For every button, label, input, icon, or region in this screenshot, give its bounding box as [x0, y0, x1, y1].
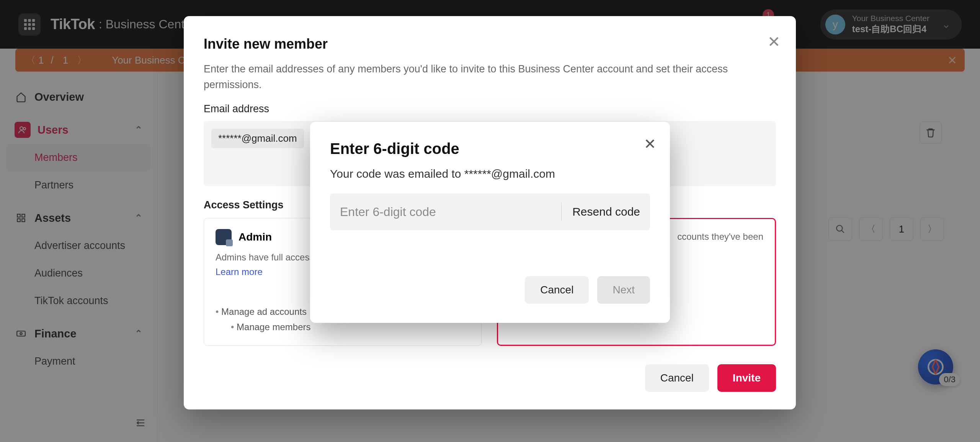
code-input-row: Resend code [330, 193, 650, 230]
cancel-button[interactable]: Cancel [645, 364, 709, 392]
modal-subtitle: Enter the email addresses of any members… [204, 61, 747, 92]
role-bullet: Manage members [231, 319, 311, 335]
code-modal-title: Enter 6-digit code [330, 140, 650, 157]
cancel-button[interactable]: Cancel [525, 276, 589, 304]
modal-title: Invite new member [204, 36, 776, 52]
code-input[interactable] [340, 205, 550, 219]
role-title: Admin [238, 231, 272, 243]
close-icon[interactable]: ✕ [768, 33, 781, 51]
resend-code-link[interactable]: Resend code [572, 205, 640, 218]
email-label: Email address [204, 103, 776, 115]
email-chip[interactable]: ******@gmail.com [211, 129, 304, 148]
code-modal-subtitle: Your code was emailed to ******@gmail.co… [330, 167, 650, 180]
next-button[interactable]: Next [597, 276, 650, 304]
invite-button[interactable]: Invite [717, 364, 776, 392]
admin-icon [216, 229, 232, 245]
divider [561, 203, 562, 221]
close-icon[interactable]: ✕ [644, 136, 656, 152]
verification-code-modal: ✕ Enter 6-digit code Your code was email… [310, 122, 670, 323]
